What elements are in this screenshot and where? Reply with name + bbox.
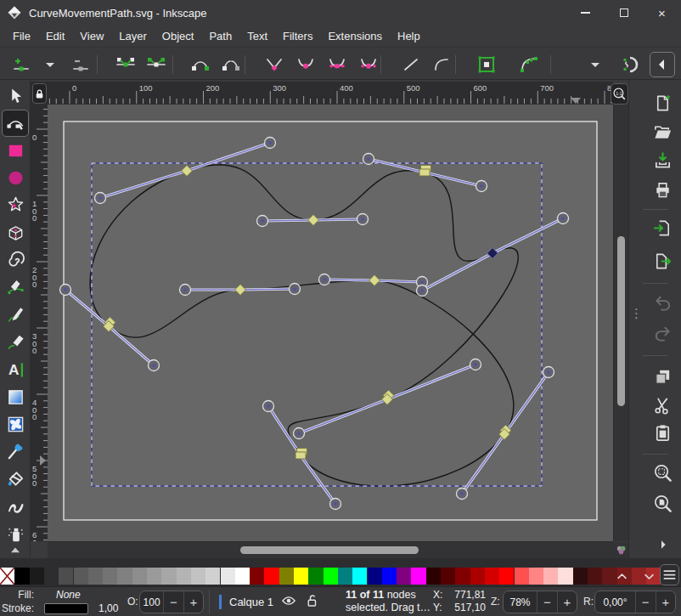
palette-swatch[interactable] bbox=[485, 568, 499, 585]
palette-swatch[interactable] bbox=[117, 568, 132, 585]
insert-node-button[interactable] bbox=[8, 52, 34, 77]
rotation-spinbox[interactable]: 0,00° − + bbox=[594, 591, 676, 613]
tool-gradient[interactable] bbox=[3, 384, 28, 410]
palette-swatch[interactable] bbox=[250, 568, 264, 585]
print-document-button[interactable] bbox=[650, 178, 674, 201]
palette-swatch[interactable] bbox=[573, 568, 588, 585]
palette-swatch[interactable] bbox=[264, 568, 279, 585]
tool-spray[interactable] bbox=[3, 521, 28, 546]
palette-swatch[interactable] bbox=[30, 568, 44, 585]
tool-tweak[interactable] bbox=[3, 494, 28, 519]
tool-box3d[interactable] bbox=[3, 220, 28, 246]
palette-swatch[interactable] bbox=[14, 568, 29, 585]
tool-pencil[interactable] bbox=[3, 302, 28, 328]
horizontal-ruler[interactable]: 0100200300400500600700800 bbox=[48, 82, 613, 105]
palette-swatch[interactable] bbox=[558, 568, 572, 585]
close-button[interactable]: × bbox=[643, 0, 681, 25]
rotation-decrease-button[interactable]: − bbox=[635, 591, 656, 613]
palette-swatch[interactable] bbox=[324, 568, 338, 585]
menu-layer[interactable]: Layer bbox=[111, 26, 155, 46]
tool-star[interactable] bbox=[3, 193, 28, 218]
palette-swatch[interactable] bbox=[411, 568, 425, 585]
palette-swatch[interactable] bbox=[235, 568, 250, 585]
join-nodes-button[interactable] bbox=[113, 52, 138, 77]
palette-scroll-down-icon[interactable] bbox=[639, 568, 658, 584]
open-document-button[interactable] bbox=[650, 120, 674, 144]
palette-swatch[interactable] bbox=[205, 568, 220, 585]
tool-selector[interactable] bbox=[3, 83, 28, 109]
layer-name[interactable]: Calque 1 bbox=[229, 596, 273, 608]
tool-calligraphy[interactable] bbox=[3, 330, 28, 355]
palette-swatch[interactable] bbox=[529, 568, 543, 585]
palette-swatch[interactable] bbox=[161, 568, 176, 585]
tool-mesh[interactable] bbox=[3, 411, 28, 437]
vertical-scrollbar-thumb[interactable] bbox=[617, 236, 625, 406]
opacity-increase-button[interactable]: + bbox=[183, 591, 203, 613]
paste-button[interactable] bbox=[650, 421, 674, 444]
tool-dropper[interactable] bbox=[3, 439, 28, 465]
maximize-button[interactable] bbox=[605, 0, 643, 25]
opacity-decrease-button[interactable]: − bbox=[163, 591, 183, 613]
palette-menu-icon[interactable] bbox=[660, 564, 679, 585]
menu-path[interactable]: Path bbox=[201, 26, 239, 46]
palette-swatch[interactable] bbox=[588, 568, 602, 585]
delete-node-button[interactable] bbox=[68, 52, 93, 77]
delete-segment-button[interactable] bbox=[218, 52, 244, 77]
zoom-value[interactable]: 78% bbox=[504, 591, 537, 613]
tool-text[interactable]: A bbox=[3, 357, 28, 382]
menu-extensions[interactable]: Extensions bbox=[320, 26, 390, 46]
zoom-drawing-button[interactable] bbox=[650, 491, 674, 515]
units-menu-button[interactable] bbox=[583, 52, 608, 77]
palette-swatch[interactable] bbox=[279, 568, 294, 585]
auto-node-button[interactable] bbox=[356, 52, 381, 77]
tool-ellipse[interactable] bbox=[3, 166, 28, 191]
palette-swatch[interactable] bbox=[147, 568, 161, 585]
minimize-button[interactable] bbox=[566, 0, 605, 25]
smooth-node-button[interactable] bbox=[293, 52, 318, 77]
new-document-button[interactable] bbox=[650, 91, 674, 115]
break-nodes-button[interactable] bbox=[144, 52, 169, 77]
palette-swatch[interactable] bbox=[191, 568, 205, 585]
palette-swatch[interactable] bbox=[221, 568, 235, 585]
path-node-selected[interactable] bbox=[419, 169, 430, 176]
palette-swatch[interactable] bbox=[352, 568, 367, 585]
palette-swatch[interactable] bbox=[397, 568, 411, 585]
ruler-lock-icon[interactable] bbox=[32, 83, 47, 104]
palette-swatch[interactable] bbox=[338, 568, 352, 585]
palette-swatch[interactable] bbox=[499, 568, 514, 585]
rotation-value[interactable]: 0,00° bbox=[595, 591, 635, 613]
palette-swatch[interactable] bbox=[103, 568, 117, 585]
tool-node-editor[interactable] bbox=[3, 110, 28, 136]
layer-lock-icon[interactable] bbox=[304, 593, 319, 611]
palette-swatch[interactable] bbox=[177, 568, 191, 585]
save-document-button[interactable] bbox=[650, 149, 674, 172]
color-management-icon[interactable] bbox=[613, 542, 628, 558]
fill-value[interactable]: None bbox=[56, 589, 81, 601]
palette-swatch[interactable] bbox=[88, 568, 103, 585]
export-document-button[interactable] bbox=[650, 249, 674, 273]
join-segment-button[interactable] bbox=[188, 52, 213, 77]
palette-swatch-none[interactable] bbox=[0, 568, 14, 585]
import-document-button[interactable] bbox=[650, 216, 674, 240]
duplicate-button[interactable] bbox=[650, 365, 674, 388]
cut-button[interactable] bbox=[650, 393, 674, 417]
menu-text[interactable]: Text bbox=[239, 26, 275, 46]
palette-swatch[interactable] bbox=[515, 568, 529, 585]
panel-resize-handle[interactable]: ⋮ bbox=[630, 309, 643, 318]
tool-spiral[interactable] bbox=[3, 247, 28, 273]
node-menu-button[interactable] bbox=[37, 52, 63, 77]
opacity-spinbox[interactable]: 100 − + bbox=[139, 591, 204, 613]
zoom-selection-button[interactable] bbox=[650, 461, 674, 484]
tool-rectangle[interactable] bbox=[3, 138, 28, 163]
lpe-param-button[interactable] bbox=[617, 52, 643, 77]
symmetric-node-button[interactable] bbox=[324, 52, 350, 77]
expand-panel-icon[interactable] bbox=[654, 535, 673, 554]
palette-swatch[interactable] bbox=[426, 568, 441, 585]
palette-swatch[interactable] bbox=[74, 568, 88, 585]
show-outline-button[interactable] bbox=[516, 52, 542, 77]
zoom-decrease-button[interactable]: − bbox=[537, 591, 556, 613]
curve-segment-button[interactable] bbox=[429, 52, 454, 77]
palette-swatch[interactable] bbox=[455, 568, 470, 585]
palette-swatch[interactable] bbox=[441, 568, 455, 585]
palette-swatch[interactable] bbox=[543, 568, 558, 585]
